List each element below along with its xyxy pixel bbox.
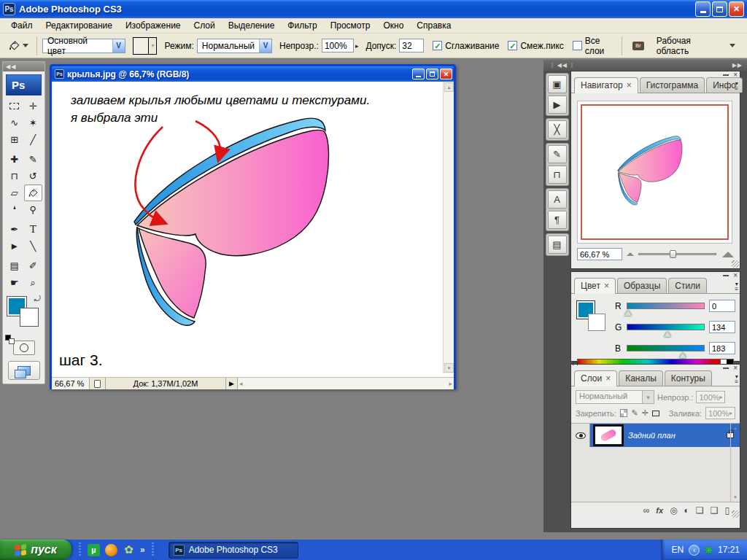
green-value-input[interactable] bbox=[709, 321, 735, 333]
panel-menu-icon[interactable]: ▾≡ bbox=[735, 81, 738, 91]
lasso-tool[interactable]: ∿ bbox=[5, 114, 24, 131]
horizontal-scrollbar[interactable]: ◂ ▸ bbox=[238, 378, 454, 389]
contiguous-checkbox[interactable]: ✓ Смеж.пикс bbox=[508, 41, 563, 51]
utorrent-icon[interactable]: µ bbox=[88, 544, 100, 556]
navigator-preview[interactable] bbox=[577, 101, 732, 244]
eyedropper-tool[interactable]: ✐ bbox=[24, 257, 43, 274]
red-value-input[interactable] bbox=[709, 300, 735, 312]
slice-tool[interactable]: ╱ bbox=[24, 131, 43, 148]
layer-thumbnail[interactable] bbox=[595, 426, 622, 445]
lock-position-icon[interactable]: ✛ bbox=[642, 408, 649, 418]
tab-styles[interactable]: Стили bbox=[668, 278, 707, 293]
menu-window[interactable]: Окно bbox=[376, 18, 410, 33]
background-color-swatch[interactable] bbox=[20, 308, 38, 326]
canvas[interactable]: заливаем крылья любыми цветами и текстур… bbox=[52, 82, 443, 373]
navigator-zoom-slider[interactable] bbox=[638, 253, 716, 255]
crop-tool[interactable]: ⊞ bbox=[5, 131, 24, 148]
antivirus-tray-icon[interactable]: ❋ bbox=[705, 545, 713, 556]
scroll-down-icon[interactable]: ▾ bbox=[444, 363, 454, 373]
pattern-picker[interactable]: ▾ bbox=[133, 37, 158, 55]
dock-collapse-bar[interactable]: ‖ ◀◀ ‖ ▶▶ bbox=[543, 60, 747, 71]
hand-tool[interactable]: ☛ bbox=[5, 274, 24, 291]
zoom-out-icon[interactable] bbox=[627, 252, 634, 256]
tab-channels[interactable]: Каналы bbox=[619, 370, 663, 386]
menu-view[interactable]: Просмотр bbox=[324, 18, 377, 33]
actions-panel-button[interactable]: ▶ bbox=[548, 96, 567, 114]
healing-brush-tool[interactable]: ✚ bbox=[5, 151, 24, 168]
tool-preset-dropdown-icon[interactable] bbox=[23, 44, 28, 47]
fill-source-select[interactable]: Основной цвет V bbox=[42, 39, 125, 53]
paragraph-panel-button[interactable]: ¶ bbox=[548, 211, 567, 229]
restore-button[interactable] bbox=[712, 1, 727, 17]
menu-edit[interactable]: Редактирование bbox=[39, 18, 119, 33]
taskbar-photoshop-button[interactable]: Ps Adobe Photoshop CS3 bbox=[169, 542, 298, 559]
expand-icon[interactable]: ▶▶ bbox=[732, 62, 743, 69]
adjustment-layer-icon[interactable]: ◐ bbox=[684, 505, 689, 516]
doc-close-button[interactable]: ✕ bbox=[440, 69, 452, 79]
history-brush-tool[interactable]: ↺ bbox=[24, 168, 43, 184]
clone-source-panel-button[interactable]: ⊓ bbox=[548, 166, 567, 184]
layer-effects-icon[interactable]: fx bbox=[656, 506, 663, 515]
paint-bucket-tool[interactable] bbox=[24, 184, 43, 201]
new-layer-icon[interactable]: ❑ bbox=[711, 505, 719, 516]
navigator-zoom-field[interactable] bbox=[577, 248, 622, 260]
status-zoom-field[interactable]: 66,67 % bbox=[52, 378, 90, 389]
resize-grip[interactable] bbox=[732, 260, 739, 268]
scroll-down-icon[interactable]: ▾ bbox=[734, 494, 737, 500]
menu-select[interactable]: Выделение bbox=[222, 18, 282, 33]
all-layers-checkbox[interactable]: Все слои bbox=[573, 36, 622, 56]
green-slider[interactable] bbox=[627, 324, 705, 330]
new-group-icon[interactable]: ❏ bbox=[696, 505, 704, 516]
opacity-input[interactable] bbox=[322, 39, 354, 52]
tab-close-icon[interactable]: × bbox=[605, 373, 611, 384]
scroll-right-icon[interactable]: ▸ bbox=[449, 380, 452, 387]
antialias-checkbox[interactable]: ✓ Сглаживание bbox=[433, 41, 499, 51]
add-layer-mask-icon[interactable]: ◎ bbox=[670, 505, 677, 516]
scroll-left-icon[interactable]: ◂ bbox=[239, 380, 243, 387]
chevron-down-icon[interactable]: V bbox=[259, 39, 271, 52]
resize-grip[interactable] bbox=[732, 510, 739, 518]
menu-help[interactable]: Справка bbox=[410, 18, 457, 33]
brush-tool[interactable]: ✎ bbox=[24, 151, 43, 168]
toolbox-collapse-bar[interactable]: ◀◀ bbox=[3, 62, 44, 71]
language-indicator[interactable]: EN bbox=[671, 545, 684, 555]
collapse-icon[interactable]: ◀◀ bbox=[557, 62, 568, 69]
eraser-tool[interactable]: ▱ bbox=[5, 184, 24, 201]
tab-paths[interactable]: Контуры bbox=[665, 370, 712, 386]
blend-mode-select[interactable]: Нормальный ▾ bbox=[576, 390, 654, 404]
swap-colors-icon[interactable]: ⤾ bbox=[34, 294, 41, 303]
panel-menu-icon[interactable]: ▾≡ bbox=[735, 281, 738, 292]
layer-visibility-toggle[interactable] bbox=[571, 424, 590, 447]
menu-layer[interactable]: Слой bbox=[187, 18, 222, 33]
layers-opacity-field[interactable]: 100%▸ bbox=[696, 391, 725, 403]
background-color-swatch[interactable] bbox=[589, 314, 605, 330]
menu-image[interactable]: Изображение bbox=[119, 18, 187, 33]
line-tool[interactable]: ╲ bbox=[24, 238, 43, 254]
flower-app-icon[interactable]: ✿ bbox=[123, 544, 135, 556]
lock-all-icon[interactable] bbox=[652, 411, 659, 416]
brushes-panel-button[interactable]: ✎ bbox=[548, 145, 567, 163]
lock-transparency-icon[interactable] bbox=[620, 409, 628, 417]
slider-thumb[interactable] bbox=[624, 310, 632, 316]
tab-layers[interactable]: Слои× bbox=[574, 370, 617, 386]
hide-icons-chevron[interactable]: ‹ bbox=[689, 545, 700, 556]
mode-select[interactable]: Нормальный V bbox=[197, 39, 272, 53]
zoom-in-icon[interactable] bbox=[722, 252, 734, 257]
doc-minimize-button[interactable] bbox=[412, 69, 425, 79]
blur-tool[interactable]: ❛ bbox=[5, 201, 24, 218]
magic-wand-tool[interactable]: ✶ bbox=[24, 114, 43, 131]
close-button[interactable]: ✕ bbox=[729, 1, 744, 17]
clone-stamp-tool[interactable]: ⊓ bbox=[5, 168, 24, 184]
doc-maximize-button[interactable] bbox=[426, 69, 438, 79]
chevron-down-icon[interactable]: V bbox=[112, 39, 125, 52]
navigator-proxy-frame[interactable] bbox=[581, 104, 729, 240]
tab-navigator[interactable]: Навигатор× bbox=[574, 77, 638, 93]
opacity-slider-arrow-icon[interactable]: ▸ bbox=[355, 42, 359, 50]
slider-thumb[interactable] bbox=[670, 250, 676, 258]
tolerance-input[interactable] bbox=[399, 39, 424, 52]
active-tool-badge[interactable] bbox=[4, 38, 31, 54]
tool-presets-panel-button[interactable]: ╳ bbox=[548, 120, 567, 139]
menu-file[interactable]: Файл bbox=[4, 18, 39, 33]
red-slider[interactable] bbox=[627, 303, 705, 309]
orange-app-icon[interactable] bbox=[105, 544, 117, 556]
